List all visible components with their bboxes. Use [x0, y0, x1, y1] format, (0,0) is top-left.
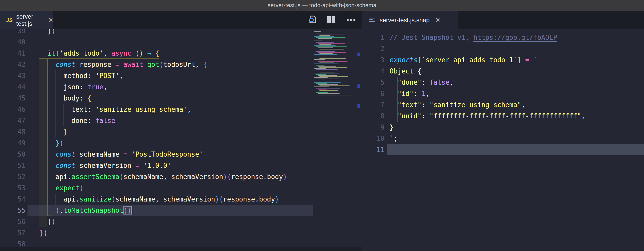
line-number[interactable]: 6 — [368, 88, 384, 99]
line-number[interactable]: 58 — [5, 239, 25, 247]
code-line[interactable]: const schemaVersion = '1.0.0' — [40, 160, 171, 171]
editor-server-test-js-snap[interactable]: 1// Jest Snapshot v1, https://goo.gl/fbA… — [362, 29, 644, 251]
code-token: false — [430, 79, 449, 86]
line-number[interactable]: 8 — [368, 110, 384, 122]
code-token: ( — [227, 173, 231, 181]
code-line[interactable]: const schemaName = 'PostTodoResponse' — [40, 149, 203, 160]
title-bar: server-test.js — todo-api-with-json-sche… — [0, 0, 644, 11]
code-line[interactable]: }) — [40, 227, 47, 239]
code-line[interactable]: expect( — [40, 182, 83, 194]
code-line[interactable]: ).toMatchSnapshot() — [40, 205, 132, 216]
code-line[interactable]: const response = await got(todosUrl, { — [40, 59, 207, 70]
line-number[interactable]: 7 — [368, 99, 384, 110]
code-line[interactable]: exports[`server api adds todo 1`] = ` — [390, 54, 537, 66]
code-token: "uuid" — [397, 112, 421, 120]
open-changes-icon[interactable] — [307, 15, 317, 26]
code-token: toMatchSnapshot — [63, 207, 123, 214]
line-number[interactable]: 47 — [5, 115, 25, 126]
code-token: done: — [40, 117, 95, 124]
minimap-code-row — [319, 44, 331, 45]
code-token — [40, 207, 56, 214]
split-editor-icon[interactable] — [327, 15, 336, 25]
line-number[interactable]: 41 — [5, 48, 25, 59]
tab-server-test-js[interactable]: JS server-test.js ✕ — [0, 11, 53, 29]
minimap-code-row — [314, 68, 326, 69]
overview-ruler-mark — [357, 104, 360, 108]
code-line[interactable]: // Jest Snapshot v1, https://goo.gl/fbAQ… — [390, 32, 557, 43]
code-token — [390, 101, 397, 109]
tab-server-test-js-snap[interactable]: server-test.js.snap ✕ — [362, 11, 458, 29]
code-token: response.body — [231, 173, 283, 181]
line-number[interactable]: 56 — [5, 216, 25, 227]
minimap-code-row — [319, 35, 330, 36]
code-line[interactable]: `; — [390, 133, 397, 144]
code-token — [40, 150, 56, 158]
minimap[interactable] — [313, 31, 352, 108]
editor-toolbar — [301, 11, 362, 29]
code-line[interactable]: Object { — [390, 66, 421, 77]
more-actions-icon[interactable] — [346, 18, 356, 22]
code-line[interactable]: "id": 1, — [390, 88, 430, 99]
code-token: https://goo.gl/fbAQLP — [473, 34, 557, 41]
line-number[interactable]: 45 — [5, 93, 25, 104]
code-token: schemaName, schemaVersion — [115, 195, 215, 203]
line-number[interactable]: 39 — [5, 29, 25, 36]
line-number[interactable]: 11 — [368, 144, 384, 155]
code-token: } — [40, 229, 44, 237]
code-token: api. — [40, 195, 80, 203]
code-line[interactable]: done: false — [40, 115, 115, 126]
line-number[interactable]: 48 — [5, 126, 25, 137]
code-token: } — [390, 123, 394, 131]
line-number[interactable]: 54 — [5, 194, 25, 205]
line-number[interactable]: 1 — [368, 32, 384, 43]
line-number[interactable]: 46 — [5, 104, 25, 115]
code-line[interactable]: "text": "sanitize using schema", — [390, 99, 525, 110]
close-tab-icon[interactable]: ✕ — [435, 17, 440, 24]
code-token: ) — [223, 173, 227, 181]
code-line[interactable]: } — [40, 126, 68, 137]
snapshot-file-icon — [369, 17, 376, 24]
line-number[interactable]: 10 — [368, 133, 384, 144]
line-number[interactable]: 43 — [5, 70, 25, 81]
code-line[interactable]: api.sanitize(schemaName, schemaVersion)(… — [40, 194, 279, 205]
horizontal-scrollbar-track[interactable] — [0, 247, 362, 251]
code-token: // Jest Snapshot v1, — [390, 34, 473, 41]
code-line[interactable]: "uuid": "ffffffff-ffff-ffff-ffff-fffffff… — [390, 110, 585, 122]
minimap-code-row — [316, 83, 327, 84]
code-line[interactable]: body: { — [40, 93, 92, 104]
minimap-code-row — [314, 59, 325, 60]
minimap-code-row — [314, 41, 323, 41]
code-token — [40, 162, 56, 169]
line-number[interactable]: 52 — [5, 171, 25, 182]
line-number[interactable]: 3 — [368, 54, 384, 66]
line-number[interactable]: 40 — [5, 36, 25, 48]
line-number[interactable]: 44 — [5, 81, 25, 93]
code-token: ( — [219, 195, 223, 203]
line-number[interactable]: 53 — [5, 182, 25, 194]
close-tab-icon[interactable]: ✕ — [48, 17, 53, 24]
line-number[interactable]: 4 — [368, 66, 384, 77]
line-number[interactable]: 50 — [5, 149, 25, 160]
code-line[interactable]: "done": false, — [390, 77, 453, 88]
code-line[interactable]: }) — [40, 29, 56, 36]
editor-server-test-js[interactable]: 39 })4041 it('adds todo', async () ⇒ {42… — [0, 29, 362, 247]
line-number[interactable]: 51 — [5, 160, 25, 171]
line-number[interactable]: 5 — [368, 77, 384, 88]
line-number[interactable]: 57 — [5, 227, 25, 239]
code-line[interactable]: method: 'POST', — [40, 70, 123, 81]
code-line[interactable]: text: 'sanitize using schema', — [40, 104, 191, 115]
minimap-code-row — [318, 38, 332, 39]
line-number[interactable]: 2 — [368, 43, 384, 54]
line-number[interactable]: 49 — [5, 137, 25, 149]
line-number[interactable]: 9 — [368, 122, 384, 133]
code-line[interactable]: it('adds todo', async () ⇒ { — [40, 48, 159, 59]
code-line[interactable]: }) — [40, 137, 63, 149]
code-line[interactable]: json: true, — [40, 81, 107, 93]
code-line[interactable]: }) — [40, 216, 56, 227]
code-line[interactable]: } — [390, 122, 394, 133]
code-token: ; — [394, 135, 398, 142]
line-number[interactable]: 55 — [5, 205, 25, 216]
code-token: } — [47, 218, 51, 225]
code-line[interactable]: api.assertSchema(schemaName, schemaVersi… — [40, 171, 287, 182]
line-number[interactable]: 42 — [5, 59, 25, 70]
